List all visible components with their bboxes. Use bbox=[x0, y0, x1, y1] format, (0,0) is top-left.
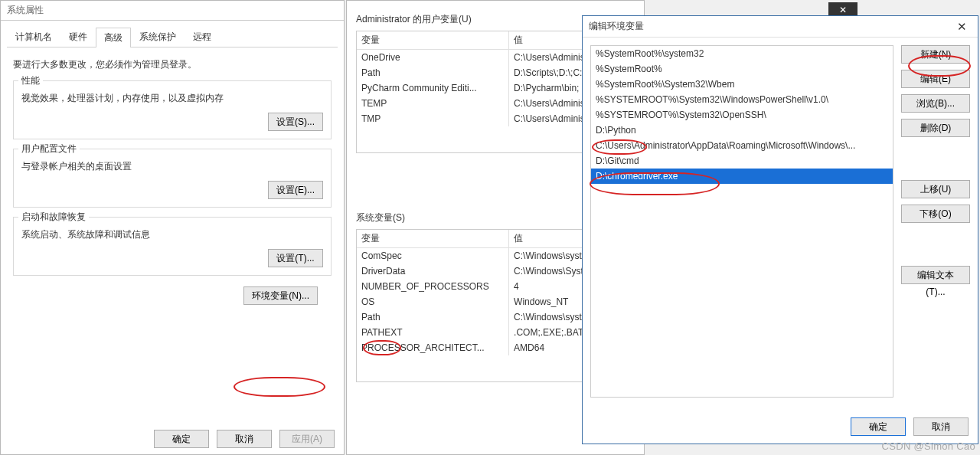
path-list[interactable]: %SystemRoot%\system32%SystemRoot%%System… bbox=[590, 45, 893, 398]
group-title: 性能 bbox=[18, 74, 43, 87]
th-variable: 变量 bbox=[357, 31, 509, 49]
path-row[interactable]: D:\chromedriver.exe bbox=[591, 169, 893, 184]
settings-button[interactable]: 设置(E)... bbox=[268, 181, 323, 199]
edit-button[interactable]: 编辑(E) bbox=[901, 70, 970, 88]
dialog-title: 编辑环境变量 bbox=[589, 20, 644, 33]
path-row[interactable]: %SystemRoot%\system32 bbox=[591, 46, 893, 61]
cell-var: PROCESSOR_ARCHITECT... bbox=[357, 340, 509, 355]
move-up-button[interactable]: 上移(U) bbox=[901, 180, 970, 198]
path-row[interactable]: %SystemRoot%\System32\Wbem bbox=[591, 77, 893, 92]
path-row[interactable]: %SYSTEMROOT%\System32\WindowsPowerShell\… bbox=[591, 92, 893, 107]
cell-var: NUMBER_OF_PROCESSORS bbox=[357, 279, 509, 294]
delete-button[interactable]: 删除(D) bbox=[901, 119, 970, 137]
group-desc: 视觉效果，处理器计划，内存使用，以及虚拟内存 bbox=[21, 92, 323, 105]
cell-var: PyCharm Community Editi... bbox=[357, 80, 509, 96]
group: 性能视觉效果，处理器计划，内存使用，以及虚拟内存设置(S)... bbox=[13, 80, 332, 139]
path-row[interactable]: D:\Python bbox=[591, 123, 893, 138]
path-row[interactable]: D:\Git\cmd bbox=[591, 153, 893, 169]
group: 用户配置文件与登录帐户相关的桌面设置设置(E)... bbox=[13, 149, 332, 208]
ok-button[interactable]: 确定 bbox=[154, 430, 209, 448]
tab-0[interactable]: 计算机名 bbox=[7, 27, 60, 47]
new-button[interactable]: 新建(N) bbox=[901, 45, 970, 64]
system-properties-window: 系统属性 计算机名硬件高级系统保护远程 要进行大多数更改，您必须作为管理员登录。… bbox=[0, 0, 345, 455]
edit-text-button[interactable]: 编辑文本(T)... bbox=[901, 266, 970, 284]
browse-button[interactable]: 浏览(B)... bbox=[901, 94, 970, 113]
tab-4[interactable]: 远程 bbox=[185, 27, 220, 47]
group-title: 用户配置文件 bbox=[18, 142, 80, 155]
ok-button[interactable]: 确定 bbox=[851, 417, 906, 436]
path-row[interactable]: %SYSTEMROOT%\System32\OpenSSH\ bbox=[591, 107, 893, 123]
cell-var: ComSpec bbox=[357, 248, 509, 264]
window-title: 系统属性 bbox=[1, 1, 344, 21]
side-button-column: 新建(N) 编辑(E) 浏览(B)... 删除(D) 上移(U) 下移(O) 编… bbox=[901, 45, 970, 404]
apply-button[interactable]: 应用(A) bbox=[279, 430, 335, 448]
cell-var: Path bbox=[357, 65, 509, 80]
admin-note: 要进行大多数更改，您必须作为管理员登录。 bbox=[13, 58, 332, 71]
group-title: 启动和故障恢复 bbox=[18, 211, 89, 224]
move-down-button[interactable]: 下移(O) bbox=[901, 205, 970, 223]
settings-button[interactable]: 设置(S)... bbox=[268, 113, 323, 131]
tab-strip: 计算机名硬件高级系统保护远程 bbox=[7, 27, 338, 47]
settings-button[interactable]: 设置(T)... bbox=[268, 249, 323, 267]
cancel-button[interactable]: 取消 bbox=[913, 417, 969, 436]
cell-var: PATHEXT bbox=[357, 325, 509, 340]
tab-1[interactable]: 硬件 bbox=[60, 27, 96, 47]
cell-var: TMP bbox=[357, 111, 509, 126]
path-row[interactable]: C:\Users\Administrator\AppData\Roaming\M… bbox=[591, 138, 893, 153]
env-vars-button[interactable]: 环境变量(N)... bbox=[243, 286, 318, 305]
cell-var: DriverData bbox=[357, 264, 509, 279]
group-desc: 与登录帐户相关的桌面设置 bbox=[21, 160, 323, 173]
cancel-button[interactable]: 取消 bbox=[217, 430, 272, 448]
cell-var: OS bbox=[357, 294, 509, 309]
group-desc: 系统启动、系统故障和调试信息 bbox=[21, 228, 323, 241]
watermark: CSDN @Simon Cao bbox=[882, 440, 975, 452]
group: 启动和故障恢复系统启动、系统故障和调试信息设置(T)... bbox=[13, 217, 332, 276]
path-row[interactable]: %SystemRoot% bbox=[591, 61, 893, 77]
tab-3[interactable]: 系统保护 bbox=[131, 27, 185, 47]
close-icon[interactable]: ✕ bbox=[952, 19, 972, 34]
edit-env-var-window: 编辑环境变量 ✕ %SystemRoot%\system32%SystemRoo… bbox=[582, 15, 978, 444]
tab-2[interactable]: 高级 bbox=[96, 28, 131, 47]
th-variable: 变量 bbox=[357, 230, 509, 247]
cell-var: Path bbox=[357, 309, 509, 325]
cell-var: TEMP bbox=[357, 96, 509, 111]
cell-var: OneDrive bbox=[357, 50, 509, 65]
